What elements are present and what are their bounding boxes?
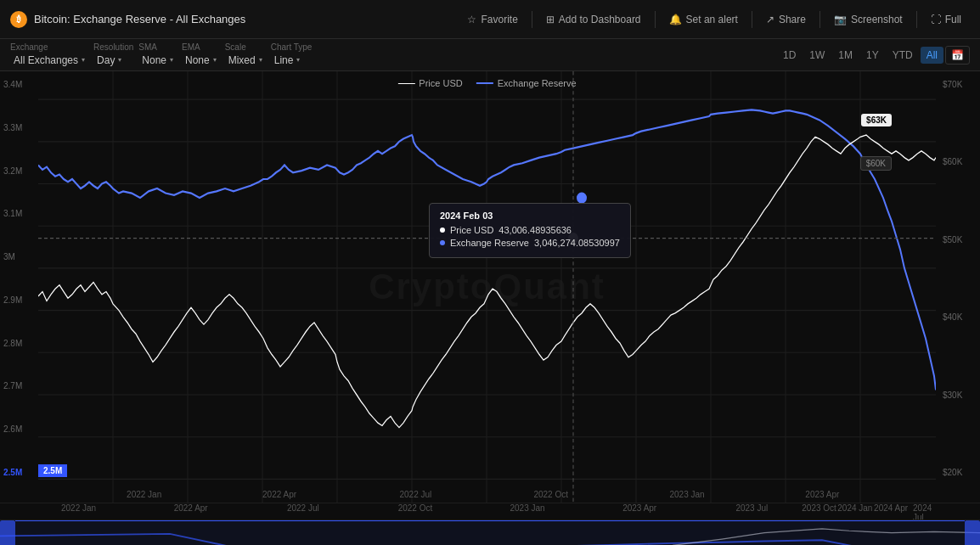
y-right-label: $70K <box>943 80 977 89</box>
x-label-jul23: 2023 Jul <box>735 503 768 513</box>
calendar-button[interactable]: 📅 <box>945 46 970 65</box>
time-1d[interactable]: 1D <box>777 47 802 64</box>
time-1y[interactable]: 1Y <box>860 47 885 64</box>
tooltip-reserve-row: Exchange Reserve 3,046,274.08530997 <box>440 238 620 248</box>
favorite-button[interactable]: ☆ Favorite <box>459 9 526 30</box>
x-label-2022jan: 2022 Jan <box>127 490 161 499</box>
time-1w[interactable]: 1W <box>803 47 831 64</box>
chart-tooltip: 2024 Feb 03 Price USD 43,006.48935636 Ex… <box>429 203 631 258</box>
price-dot <box>440 228 445 233</box>
share-button[interactable]: ↗ Share <box>758 9 814 30</box>
time-ytd[interactable]: YTD <box>887 47 919 64</box>
resolution-dropdown[interactable]: Day ▾ <box>93 53 133 68</box>
chevron-down-icon-5: ▾ <box>259 56 262 64</box>
chevron-down-icon-2: ▾ <box>118 56 121 64</box>
camera-icon: 📷 <box>834 14 847 25</box>
set-alert-button[interactable]: 🔔 Set an alert <box>661 9 746 30</box>
y-axis-right: $70K $60K $50K $40K $30K $20K <box>936 71 980 503</box>
secondary-price-badge: $60K <box>860 156 892 171</box>
add-dashboard-button[interactable]: ⊞ Add to Dashboard <box>538 9 650 30</box>
sma-dropdown[interactable]: None ▾ <box>138 53 177 68</box>
x-label-jan23: 2023 Jan <box>510 503 544 513</box>
x-label-2022jul: 2022 Jul <box>399 490 431 499</box>
dashboard-icon: ⊞ <box>546 14 555 25</box>
minimap-handle-right[interactable] <box>965 520 980 545</box>
minimap-handle-left[interactable] <box>0 520 15 545</box>
exchange-selector[interactable]: Exchange All Exchanges ▾ <box>10 42 88 68</box>
x-label-2023jan: 2023 Jan <box>669 490 704 499</box>
time-range-selector: 1D 1W 1M 1Y YTD All 📅 <box>777 46 970 65</box>
tooltip-date: 2024 Feb 03 <box>440 211 620 221</box>
x-label-apr24: 2024 Apr <box>874 503 908 513</box>
chart-legend: Price USD Exchange Reserve <box>397 78 576 88</box>
x-axis: 2022 Jan 2022 Apr 2022 Jul 2022 Oct 2023… <box>76 486 892 503</box>
y-right-label: $50K <box>943 235 977 244</box>
y-label: 2.8M <box>3 339 35 348</box>
chevron-down-icon-6: ▾ <box>296 56 300 64</box>
screenshot-button[interactable]: 📷 Screenshot <box>825 9 911 30</box>
toolbar: Exchange All Exchanges ▾ Resolution Day … <box>0 39 980 71</box>
divider-4 <box>819 11 820 28</box>
minimap[interactable] <box>0 520 980 545</box>
chevron-down-icon: ▾ <box>82 56 85 64</box>
minimap-selection[interactable] <box>15 520 965 545</box>
chevron-down-icon-3: ▾ <box>170 56 173 64</box>
time-1m[interactable]: 1M <box>832 47 859 64</box>
btc-icon: ₿ <box>10 11 27 28</box>
reserve-line-indicator <box>476 82 493 84</box>
x-label-2022oct: 2022 Oct <box>533 490 568 499</box>
x-label-2023apr: 2023 Apr <box>805 490 839 499</box>
chart-svg <box>38 71 936 503</box>
divider-3 <box>752 11 752 28</box>
bell-icon: 🔔 <box>669 14 682 25</box>
divider-5 <box>916 11 917 28</box>
chevron-down-icon-4: ▾ <box>213 56 217 64</box>
chart-main[interactable]: CryptoQuant Price USD Exchange Reserve <box>38 71 936 503</box>
chart-type-selector[interactable]: Chart Type Line ▾ <box>271 42 313 68</box>
scale-selector[interactable]: Scale Mixed ▾ <box>225 42 266 68</box>
y-right-label: $20K <box>943 468 977 477</box>
x-label-2022apr: 2022 Apr <box>262 490 296 499</box>
tooltip-price-row: Price USD 43,006.48935636 <box>440 225 620 235</box>
legend-reserve: Exchange Reserve <box>476 78 577 88</box>
chart-type-dropdown[interactable]: Line ▾ <box>271 53 313 68</box>
divider <box>532 11 532 28</box>
tooltip-price-label: Price USD <box>450 225 493 235</box>
chart-area: 3.4M 3.3M 3.2M 3.1M 3M 2.9M 2.8M 2.7M 2.… <box>0 71 980 503</box>
y-label: 2.5M <box>3 468 35 477</box>
expand-icon: ⛶ <box>931 14 941 25</box>
full-button[interactable]: ⛶ Full <box>922 9 970 30</box>
y-label: 2.6M <box>3 424 35 434</box>
exchange-dropdown[interactable]: All Exchanges ▾ <box>10 53 88 68</box>
x-labels-container: 2022 Jan 2022 Apr 2022 Jul 2022 Oct 2023… <box>38 503 936 520</box>
x-axis-row: 2022 Jan 2022 Apr 2022 Jul 2022 Oct 2023… <box>0 503 980 520</box>
star-icon: ☆ <box>467 14 476 25</box>
y-label: 2.9M <box>3 295 35 305</box>
x-label-oct23: 2023 Oct <box>802 503 836 513</box>
header-right: ☆ Favorite ⊞ Add to Dashboard 🔔 Set an a… <box>459 9 970 30</box>
tooltip-reserve-value: 3,046,274.08530997 <box>534 238 620 248</box>
ema-dropdown[interactable]: None ▾ <box>182 53 220 68</box>
y-right-label: $40K <box>943 312 977 322</box>
tooltip-price-value: 43,006.48935636 <box>498 225 572 235</box>
x-label-jan24: 2024 Jan <box>837 503 872 513</box>
y-label: 3.2M <box>3 166 35 176</box>
time-all[interactable]: All <box>921 47 943 64</box>
price-line-indicator <box>397 83 414 84</box>
scale-dropdown[interactable]: Mixed ▾ <box>225 53 266 68</box>
divider-2 <box>655 11 656 28</box>
y-label: 3.3M <box>3 123 35 132</box>
svg-point-24 <box>577 194 586 203</box>
ema-selector[interactable]: EMA None ▾ <box>182 42 220 68</box>
x-label-oct22: 2022 Oct <box>398 503 433 513</box>
sma-selector[interactable]: SMA None ▾ <box>138 42 177 68</box>
header: ₿ Bitcoin: Exchange Reserve - All Exchan… <box>0 0 980 39</box>
y-label: 3M <box>3 252 35 261</box>
x-label-jan22: 2022 Jan <box>61 503 96 513</box>
page-title: Bitcoin: Exchange Reserve - All Exchange… <box>34 13 245 25</box>
current-price-badge: $63K <box>861 114 892 126</box>
resolution-selector[interactable]: Resolution Day ▾ <box>93 42 133 68</box>
y-right-label: $30K <box>943 390 977 400</box>
left-price-badge: 2.5M <box>38 464 67 477</box>
reserve-dot <box>440 240 445 245</box>
